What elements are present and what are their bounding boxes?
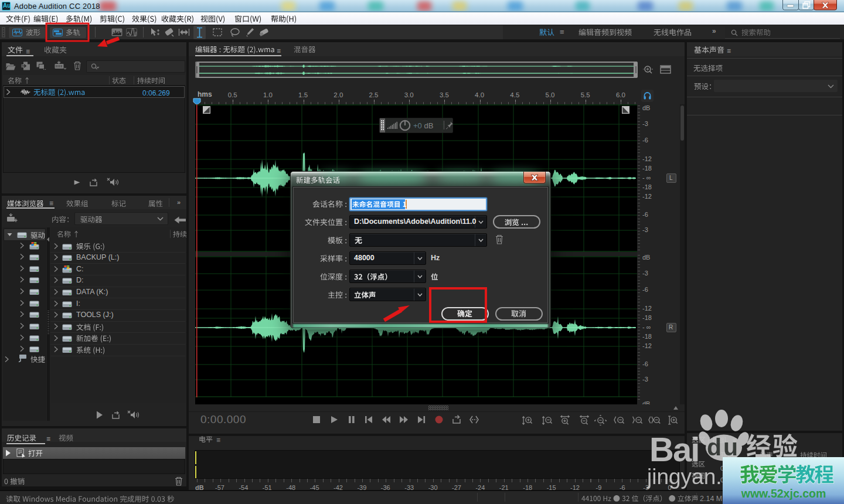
svg-text:du: du [707, 434, 740, 461]
svg-text:Bai: Bai [649, 430, 699, 468]
svg-text:www.52xjc.com: www.52xjc.com [741, 487, 826, 500]
svg-text:jingyan.b: jingyan.b [646, 465, 734, 489]
